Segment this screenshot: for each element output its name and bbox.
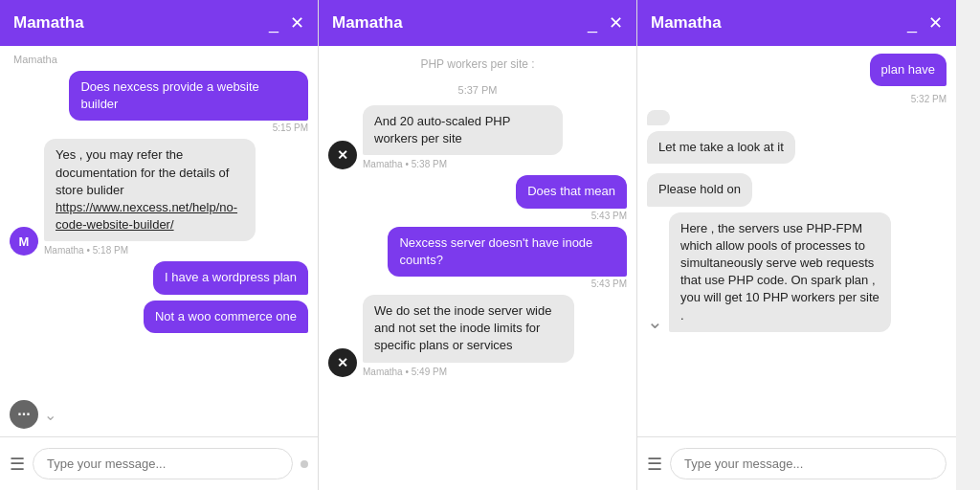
close-button-3[interactable]: ✕ [928, 14, 943, 32]
message-row-1: Does nexcess provide a website builder 5… [10, 71, 308, 133]
msg-time-1: 5:15 PM [273, 122, 308, 133]
bubble-user-2: Yes , you may refer the documentation fo… [44, 139, 256, 241]
chat-input-area-1: ☰ [0, 436, 318, 490]
message-row-w3-2 [647, 110, 947, 125]
meta-2: Mamatha • 5:18 PM [44, 245, 128, 256]
chevron-down-icon-2: ⌄ [647, 310, 663, 333]
chat-input-area-3: ☰ [637, 436, 956, 490]
menu-icon-1[interactable]: ☰ [10, 454, 25, 475]
chat-header-3: Mamatha _ ✕ [637, 0, 956, 46]
minimize-button-1[interactable]: _ [269, 14, 278, 32]
typing-row: ··· ⌄ [10, 392, 308, 429]
sender-label-mamatha: Mamatha [10, 54, 308, 65]
chat-header-2: Mamatha _ ✕ [319, 0, 636, 46]
message-row-w2-5: ✕ We do set the inode server wide and no… [328, 295, 627, 377]
chat-window-1: Mamatha _ ✕ Mamatha Does nexcess provide… [0, 0, 319, 490]
header-controls-2: _ ✕ [588, 14, 623, 32]
bubble-plan-have: plan have [870, 54, 947, 86]
chat-messages-2: PHP workers per site : 5:37 PM ✕ And 20 … [319, 46, 636, 480]
bubble-user-w3-3: Let me take a look at it [647, 131, 795, 164]
message-row-w3-5: ⌄ Here , the servers use PHP-FPM which a… [647, 212, 947, 336]
chevron-down-icon: ⌄ [44, 406, 56, 424]
message-row-2: M Yes , you may refer the documentation … [10, 139, 308, 256]
bubble-agent-4: Not a woo commerce one [144, 301, 308, 333]
chat-messages-3: plan have 5:32 PM Let me take a look at … [637, 46, 956, 436]
chat-title-2: Mamatha [332, 13, 403, 33]
header-controls-1: _ ✕ [269, 14, 304, 32]
truncated-top-2: PHP workers per site : [328, 54, 627, 75]
meta-w2-2: Mamatha • 5:38 PM [363, 159, 447, 169]
message-row-w3-4: Please hold on [647, 173, 947, 206]
avatar-x-1: ✕ [328, 141, 357, 169]
bubble-user-w2-5: We do set the inode server wide and not … [363, 295, 574, 363]
avatar-dots: ··· [10, 400, 38, 429]
message-input-1[interactable] [33, 448, 293, 479]
time-w2-3: 5:43 PM [591, 211, 627, 221]
bubble-agent-3: I have a wordpress plan [153, 261, 308, 294]
avatar-m: M [10, 227, 38, 256]
message-row-w2-4: Nexcess server doesn't have inode counts… [328, 227, 627, 289]
message-row-3: I have a wordpress plan [10, 261, 308, 294]
chevron-avatar: ⌄ [647, 307, 663, 336]
chat-messages-1: Mamatha Does nexcess provide a website b… [0, 46, 318, 436]
bottom-spacer-2 [319, 480, 636, 490]
chat-window-2: Mamatha _ ✕ PHP workers per site : 5:37 … [319, 0, 637, 490]
bubble-user-w3-2 [647, 110, 670, 125]
message-row-w3-1: plan have [647, 54, 947, 86]
message-row-w2-3: Does that mean 5:43 PM [328, 175, 627, 220]
bubble-agent-w2-4: Nexcess server doesn't have inode counts… [388, 227, 627, 277]
close-button-2[interactable]: ✕ [609, 14, 623, 32]
bubble-user-w2-2: And 20 auto-scaled PHP workers per site [363, 105, 563, 155]
minimize-button-2[interactable]: _ [588, 14, 597, 32]
message-row-4: Not a woo commerce one [10, 301, 308, 333]
chat-header-1: Mamatha _ ✕ [0, 0, 318, 46]
chat-title-1: Mamatha [13, 13, 84, 33]
message-row-w3-3: Let me take a look at it [647, 131, 947, 167]
bubble-user-w3-4: Please hold on [647, 173, 752, 206]
close-button-1[interactable]: ✕ [290, 14, 304, 32]
nexcess-link[interactable]: https://www.nexcess.net/help/no-code-web… [56, 200, 237, 232]
bubble-user-w3-5: Here , the servers use PHP-FPM which all… [669, 212, 891, 332]
avatar-x-2: ✕ [328, 348, 357, 377]
bubble-agent-1: Does nexcess provide a website builder [69, 71, 308, 121]
bubble-agent-w2-3: Does that mean [516, 175, 627, 208]
header-controls-3: _ ✕ [907, 14, 943, 32]
menu-icon-3[interactable]: ☰ [647, 454, 662, 475]
meta-w2-5: Mamatha • 5:49 PM [363, 367, 447, 377]
minimize-button-3[interactable]: _ [907, 14, 917, 32]
message-row-w2-2: ✕ And 20 auto-scaled PHP workers per sit… [328, 105, 627, 169]
chat-window-3: Mamatha _ ✕ plan have 5:32 PM Let me tak… [637, 0, 956, 490]
timestamp-537: 5:37 PM [328, 84, 627, 96]
time-w2-4: 5:43 PM [591, 278, 627, 289]
message-input-3[interactable] [670, 448, 947, 479]
time-w3-1: 5:32 PM [911, 94, 947, 104]
chat-title-3: Mamatha [651, 13, 722, 33]
send-dot-1 [301, 460, 308, 468]
